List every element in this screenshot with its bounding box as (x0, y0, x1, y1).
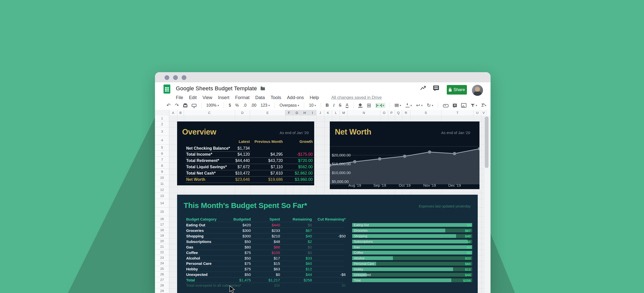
strikethrough-button[interactable]: S (338, 102, 342, 108)
google-sheets-logo[interactable] (164, 85, 170, 94)
font-select[interactable]: Overpass▾ (279, 102, 300, 108)
share-button[interactable]: Share (447, 85, 467, 95)
column-header-D[interactable]: D (235, 110, 250, 115)
row-header-5[interactable]: 5 (155, 145, 169, 151)
undo-button[interactable]: ↶ (166, 102, 171, 108)
avatar[interactable] (472, 85, 483, 96)
document-title[interactable]: Google Sheets Budget Template (176, 85, 257, 92)
text-wrap-button[interactable]: ↩▾ (416, 102, 423, 108)
row-header-22[interactable]: 22 (155, 249, 169, 255)
font-size-select[interactable]: 10▾ (308, 102, 316, 108)
column-header-Q[interactable]: Q (395, 110, 402, 115)
row-header-1[interactable]: 1 (155, 115, 169, 121)
row-header-15[interactable]: 15 (155, 207, 169, 216)
column-header-L[interactable]: L (332, 110, 340, 115)
row-header-24[interactable]: 24 (155, 261, 169, 266)
column-header-T[interactable]: T (441, 110, 474, 115)
row-header-29[interactable]: 29 (155, 288, 169, 293)
row-header-25[interactable]: 25 (155, 266, 169, 272)
column-header-E[interactable]: E (250, 110, 285, 115)
menu-format[interactable]: Format (235, 95, 250, 100)
move-to-folder-icon[interactable] (261, 87, 265, 90)
column-header-C[interactable]: C (184, 110, 235, 115)
spreadsheet-grid[interactable]: 1234567891011121314151617181920212223242… (155, 115, 491, 293)
menu-view[interactable]: View (203, 95, 212, 100)
vertical-align-button[interactable]: ▾ (405, 103, 413, 108)
scrollbar-thumb[interactable] (485, 116, 489, 168)
decrease-decimals-button[interactable]: .0 (243, 102, 247, 108)
row-header-14[interactable]: 14 (155, 199, 169, 207)
row-header-12[interactable]: 12 (155, 187, 169, 193)
zoom-select[interactable]: 100%▾ (206, 102, 219, 108)
bold-button[interactable]: B (325, 102, 329, 108)
borders-button[interactable]: ⊞ (366, 102, 372, 108)
insert-comment-button[interactable] (452, 103, 457, 108)
text-color-button[interactable]: A (345, 102, 349, 108)
row-header-28[interactable]: 28 (155, 283, 169, 288)
row-header-4[interactable]: 4 (155, 136, 169, 145)
menu-addons[interactable]: Add-ons (287, 95, 304, 100)
more-formats-button[interactable]: 123▾ (260, 102, 270, 108)
insert-link-button[interactable] (442, 103, 449, 108)
vertical-scrollbar[interactable] (484, 115, 489, 293)
row-header-3[interactable]: 3 (155, 127, 169, 136)
fill-color-button[interactable] (358, 103, 363, 108)
column-header-K[interactable]: K (324, 110, 332, 115)
column-header-P[interactable]: P (388, 110, 395, 115)
select-all-corner[interactable] (155, 110, 169, 115)
format-currency-button[interactable]: $ (228, 102, 231, 108)
italic-button[interactable]: I (333, 102, 335, 108)
saved-status-link[interactable]: All changes saved in Drive (331, 95, 382, 100)
menu-file[interactable]: File (176, 95, 183, 100)
row-header-20[interactable]: 20 (155, 238, 169, 244)
trend-chart-icon[interactable] (420, 85, 427, 92)
row-header-17[interactable]: 17 (155, 222, 169, 227)
row-header-7[interactable]: 7 (155, 157, 169, 163)
column-header-M[interactable]: M (340, 110, 348, 115)
merge-cells-button[interactable]: ▾ (375, 103, 386, 108)
row-header-10[interactable]: 10 (155, 175, 169, 181)
column-header-F[interactable]: F (285, 110, 293, 115)
row-header-11[interactable]: 11 (155, 181, 169, 187)
redo-button[interactable]: ↷ (174, 102, 179, 108)
row-header-18[interactable]: 18 (155, 227, 169, 233)
window-zoom-button[interactable] (182, 75, 186, 80)
row-header-8[interactable]: 8 (155, 163, 169, 169)
row-header-6[interactable]: 6 (155, 151, 169, 157)
format-percent-button[interactable]: % (235, 102, 239, 108)
column-header-V[interactable]: V (481, 110, 486, 115)
menu-insert[interactable]: Insert (218, 95, 229, 100)
filter-button[interactable]: ▾ (470, 103, 478, 108)
column-header-U[interactable]: U (474, 110, 481, 115)
insert-chart-button[interactable] (461, 103, 467, 108)
row-header-9[interactable]: 9 (155, 169, 169, 175)
menu-edit[interactable]: Edit (189, 95, 197, 100)
window-minimize-button[interactable] (173, 75, 178, 80)
column-header-I[interactable]: I (309, 110, 316, 115)
horizontal-align-button[interactable]: ▾ (394, 103, 402, 108)
row-header-21[interactable]: 21 (155, 244, 169, 249)
row-header-2[interactable]: 2 (155, 121, 169, 127)
menu-help[interactable]: Help (310, 95, 319, 100)
increase-decimals-button[interactable]: .00 (250, 102, 257, 108)
paint-format-button[interactable] (191, 103, 197, 107)
window-close-button[interactable] (165, 75, 169, 80)
row-header-16[interactable]: 16 (155, 216, 169, 222)
menu-data[interactable]: Data (255, 95, 265, 100)
row-header-27[interactable]: 27 (155, 277, 169, 283)
print-button[interactable] (183, 103, 188, 108)
column-header-O[interactable]: O (380, 110, 388, 115)
column-header-A[interactable]: A (169, 110, 177, 115)
comment-icon[interactable] (433, 86, 439, 90)
menu-tools[interactable]: Tools (271, 95, 281, 100)
column-header-G[interactable]: G (293, 110, 301, 115)
column-header-B[interactable]: B (177, 110, 184, 115)
star-icon[interactable]: ☆ (253, 85, 258, 91)
column-header-R[interactable]: R (402, 110, 410, 115)
column-header-S[interactable]: S (410, 110, 441, 115)
collapse-toolbar-chevron[interactable]: ^ (482, 103, 485, 107)
row-header-13[interactable]: 13 (155, 193, 169, 199)
column-header-H[interactable]: H (301, 110, 309, 115)
row-header-19[interactable]: 19 (155, 233, 169, 238)
column-header-N[interactable]: N (348, 110, 380, 115)
